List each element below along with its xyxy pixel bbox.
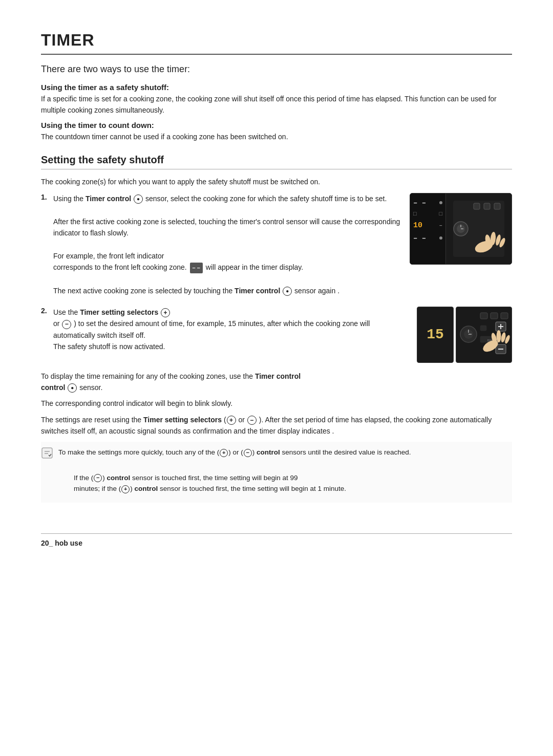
step2-container: 2. Use the Timer setting selectors + or … — [41, 307, 512, 363]
subtitle: There are two ways to use the timer: — [41, 64, 512, 75]
note-text-part1: To make the settings more quickly, touch… — [58, 448, 217, 456]
timer-icon-3: ● — [68, 383, 77, 393]
section1-body: If a specific time is set for a cooking … — [41, 94, 512, 116]
indent1-bold: control — [107, 474, 131, 482]
subsection-intro: The cooking zone(s) for which you want t… — [41, 177, 512, 188]
svg-rect-7 — [494, 203, 500, 209]
para1-bold: Timer control — [255, 372, 301, 380]
step2-text-part2: or — [53, 319, 61, 328]
step1-bold1: Timer control — [86, 195, 131, 203]
minus-circle-icon-1: − — [62, 320, 71, 329]
minus-circle-note: − — [244, 449, 252, 457]
step1-bold2: Timer control — [235, 287, 280, 295]
timer-number-display: 15 — [417, 307, 454, 363]
step1-image: – – □ □ 10 – – – — [410, 193, 512, 265]
controls-display: BRIDGE — [456, 307, 512, 363]
svg-rect-28 — [480, 326, 486, 331]
note-content: To make the settings more quickly, touch… — [58, 447, 411, 497]
step1-text-part1: Using the — [53, 195, 86, 203]
para1: To display the time remaining for any of… — [41, 371, 512, 393]
page-title: TIMER — [41, 31, 512, 55]
step2-text-part3: ) to set the desired amount of time, for… — [53, 319, 370, 339]
note-or: or — [232, 448, 239, 456]
plus-circle-icon-1: + — [161, 308, 170, 317]
plus-circle-2: + — [227, 416, 236, 425]
timer-icon-1: ● — [134, 195, 143, 204]
svg-point-31 — [496, 330, 501, 342]
note-indent1: If the (−) control sensor is touched fir… — [74, 472, 411, 494]
indent2-text: minutes; if the — [74, 485, 119, 492]
svg-rect-20 — [501, 313, 508, 319]
footer-text: 20_ hob use — [41, 539, 82, 547]
step2-text-part1: Use the — [53, 308, 80, 316]
section2-body: The countdown timer cannot be used if a … — [41, 132, 512, 143]
dash-indicator: – – — [190, 263, 203, 274]
step1-row: 1. Using the Timer control ● sensor, sel… — [41, 193, 400, 296]
note-icon — [41, 447, 53, 462]
para3-or: or — [238, 416, 244, 424]
step1-text-part6: will appear in the timer display. — [206, 263, 303, 271]
svg-rect-34 — [42, 448, 52, 458]
svg-rect-6 — [484, 203, 490, 209]
para2: The corresponding control indicator will… — [41, 398, 512, 409]
para1-part1: To display the time remaining for any of… — [41, 372, 255, 380]
step1-text: Using the Timer control ● sensor, select… — [53, 193, 400, 296]
step2-bold1: Timer setting selectors — [80, 308, 158, 316]
para1-part2: sensor. — [79, 383, 102, 392]
note-box: To make the settings more quickly, touch… — [41, 442, 512, 502]
step2-row: 2. Use the Timer setting selectors + or … — [41, 307, 408, 353]
step2-num: 2. — [41, 307, 50, 353]
minus-circle-indent: − — [94, 474, 102, 482]
step1-text-part2: sensor, select the cooking zone for whic… — [145, 195, 387, 203]
plus-circle-indent: + — [121, 485, 130, 493]
para1-bold2: control — [41, 383, 65, 392]
step2-content: 2. Use the Timer setting selectors + or … — [41, 307, 408, 356]
svg-rect-18 — [480, 313, 487, 319]
indent2-bold: control — [135, 485, 158, 492]
step1-text-part7: The next active cooking zone is selected… — [53, 287, 235, 295]
section-safety-shutoff: Using the timer as a safety shutoff: If … — [41, 83, 512, 116]
para3-part1: The settings are reset using the — [41, 416, 143, 424]
svg-rect-5 — [474, 203, 480, 209]
note-text-part2: sensors until the desired value is reach… — [282, 448, 411, 456]
timer-icon-2: ● — [283, 287, 292, 296]
para3-bold1: Timer setting selectors — [143, 416, 222, 424]
note-bold: control — [257, 448, 280, 456]
section-count-down: Using the timer to count down: The count… — [41, 121, 512, 143]
footer: 20_ hob use — [41, 533, 512, 547]
indent1-part1: If the — [74, 474, 91, 482]
step1-text-part8: sensor again . — [294, 287, 339, 295]
step2-text: Use the Timer setting selectors + or − )… — [53, 307, 408, 353]
section2-heading: Using the timer to count down: — [41, 121, 512, 129]
step1-text-part5: corresponds to the front left cooking zo… — [53, 263, 187, 271]
step2-text-part4: The safety shutoff is now activated. — [53, 342, 165, 351]
step1-container: 1. Using the Timer control ● sensor, sel… — [41, 193, 512, 299]
minus-circle-2: − — [247, 416, 257, 425]
step2-image: 15 BRIDGE — [417, 307, 512, 363]
step1-num: 1. — [41, 193, 50, 296]
section1-heading: Using the timer as a safety shutoff: — [41, 83, 512, 92]
subsection-title: Setting the safety shutoff — [41, 154, 512, 169]
step1-content: 1. Using the Timer control ● sensor, sel… — [41, 193, 400, 299]
indent1-text: sensor is touched first, the time settin… — [132, 474, 297, 482]
step1-text-part4: For example, the front left indicator — [53, 252, 164, 260]
para3: The settings are reset using the Timer s… — [41, 415, 512, 437]
plus-circle-note: + — [220, 449, 228, 457]
svg-rect-19 — [491, 313, 498, 319]
indent2-text2: sensor is touched first, the time settin… — [160, 485, 346, 492]
step1-text-part3: After the first active cooking zone is s… — [53, 218, 400, 237]
